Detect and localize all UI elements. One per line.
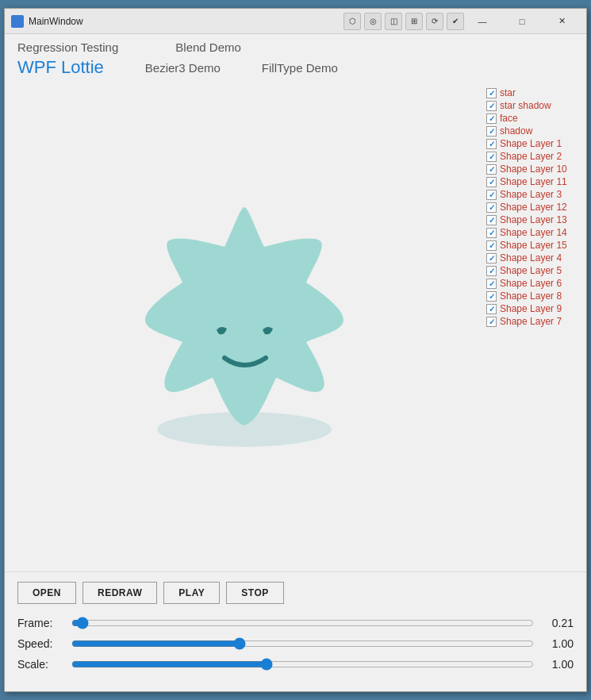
toolbar-btn-4[interactable]: ⊞	[405, 13, 423, 30]
nav-regression-testing[interactable]: Regression Testing	[17, 40, 118, 54]
layer-item-10: Shape Layer 13	[486, 214, 583, 225]
layer-item-8: Shape Layer 3	[486, 189, 583, 200]
app-icon	[11, 15, 24, 28]
layer-name-4: Shape Layer 1	[500, 138, 562, 149]
layer-checkbox-11[interactable]	[486, 228, 497, 238]
scale-value: 1.00	[540, 658, 574, 671]
nav-area: Regression Testing Blend Demo	[5, 34, 586, 57]
nav-blend-demo[interactable]: Blend Demo	[175, 40, 241, 54]
toolbar-btn-5[interactable]: ⟳	[426, 13, 443, 30]
minimize-button[interactable]: —	[464, 10, 501, 33]
layer-checkbox-4[interactable]	[486, 139, 497, 149]
layer-name-17: Shape Layer 9	[500, 303, 562, 314]
layer-checkbox-0[interactable]	[486, 88, 497, 98]
layer-checkbox-15[interactable]	[486, 279, 497, 289]
layer-item-16: Shape Layer 8	[486, 290, 583, 302]
toolbar: ⬡ ◎ ◫ ⊞ ⟳ ✔	[343, 13, 464, 30]
layer-item-12: Shape Layer 15	[486, 240, 583, 251]
stop-button[interactable]: STOP	[226, 582, 283, 604]
layer-checkbox-2[interactable]	[486, 113, 497, 124]
layer-checkbox-12[interactable]	[486, 240, 497, 251]
nav-bezier3-demo[interactable]: Bezier3 Demo	[145, 61, 221, 75]
content-area: starstar shadowfaceshadowShape Layer 1Sh…	[5, 81, 586, 571]
speed-slider-row: Speed: 1.00	[17, 637, 574, 650]
layer-item-11: Shape Layer 14	[486, 227, 583, 238]
layer-checkbox-6[interactable]	[486, 164, 497, 175]
layer-name-13: Shape Layer 4	[500, 252, 562, 263]
frame-label: Frame:	[17, 617, 65, 629]
layer-checkbox-5[interactable]	[486, 152, 497, 162]
speed-slider[interactable]	[71, 637, 534, 650]
window-controls: — □ ✕	[464, 10, 580, 33]
toolbar-btn-6[interactable]: ✔	[447, 13, 464, 30]
layer-item-9: Shape Layer 12	[486, 202, 583, 213]
layer-name-9: Shape Layer 12	[500, 202, 567, 213]
layer-checkbox-10[interactable]	[486, 215, 497, 225]
layer-checkbox-9[interactable]	[486, 202, 497, 213]
open-button[interactable]: OPEN	[17, 582, 76, 604]
buttons-row: OPEN REDRAW PLAY STOP	[17, 582, 574, 604]
layer-checkbox-7[interactable]	[486, 177, 497, 187]
layer-item-13: Shape Layer 4	[486, 252, 583, 263]
layer-name-7: Shape Layer 11	[500, 176, 567, 187]
layers-list: starstar shadowfaceshadowShape Layer 1Sh…	[486, 87, 583, 327]
layer-name-1: star shadow	[500, 100, 551, 111]
layer-checkbox-14[interactable]	[486, 266, 497, 276]
layer-name-18: Shape Layer 7	[500, 316, 562, 327]
nav-filltype-demo[interactable]: FillType Demo	[262, 61, 338, 75]
layer-checkbox-16[interactable]	[486, 291, 497, 302]
layer-item-1: star shadow	[486, 100, 583, 111]
layer-item-18: Shape Layer 7	[486, 316, 583, 327]
layer-name-10: Shape Layer 13	[500, 214, 567, 225]
toolbar-btn-1[interactable]: ⬡	[343, 13, 361, 30]
layer-name-15: Shape Layer 6	[500, 278, 562, 289]
layer-item-4: Shape Layer 1	[486, 138, 583, 149]
layer-item-14: Shape Layer 5	[486, 265, 583, 276]
redraw-button[interactable]: REDRAW	[83, 582, 157, 604]
star-canvas	[78, 140, 411, 513]
layer-checkbox-3[interactable]	[486, 126, 497, 137]
layer-item-0: star	[486, 87, 583, 98]
layer-name-2: face	[500, 113, 518, 124]
layer-name-5: Shape Layer 2	[500, 151, 562, 162]
layers-panel: starstar shadowfaceshadowShape Layer 1Sh…	[483, 81, 586, 571]
scale-label: Scale:	[17, 658, 65, 671]
scale-slider-row: Scale: 1.00	[17, 658, 574, 671]
layer-checkbox-1[interactable]	[486, 101, 497, 111]
frame-slider-row: Frame: 0.21	[17, 617, 574, 629]
layer-name-16: Shape Layer 8	[500, 290, 562, 302]
maximize-button[interactable]: □	[504, 10, 540, 33]
main-window: MainWindow ⬡ ◎ ◫ ⊞ ⟳ ✔ — □ ✕ Regression …	[4, 8, 587, 692]
toolbar-btn-2[interactable]: ◎	[364, 13, 382, 30]
speed-label: Speed:	[17, 637, 65, 650]
layer-name-0: star	[500, 87, 516, 98]
layer-checkbox-8[interactable]	[486, 190, 497, 200]
frame-slider[interactable]	[71, 617, 534, 629]
layer-name-11: Shape Layer 14	[500, 227, 567, 238]
layer-checkbox-18[interactable]	[486, 317, 497, 327]
animation-panel	[5, 81, 483, 571]
layer-item-15: Shape Layer 6	[486, 278, 583, 289]
layer-item-6: Shape Layer 10	[486, 163, 583, 175]
speed-value: 1.00	[540, 637, 574, 650]
titlebar: MainWindow ⬡ ◎ ◫ ⊞ ⟳ ✔ — □ ✕	[5, 9, 586, 34]
layer-name-14: Shape Layer 5	[500, 265, 562, 276]
frame-value: 0.21	[540, 617, 574, 629]
bottom-area: OPEN REDRAW PLAY STOP Frame: 0.21 Speed:…	[5, 571, 586, 691]
nav-row2: WPF Lottie Bezier3 Demo FillType Demo	[5, 57, 586, 81]
layer-name-6: Shape Layer 10	[500, 163, 567, 175]
layer-checkbox-13[interactable]	[486, 253, 497, 263]
layer-name-8: Shape Layer 3	[500, 189, 562, 200]
lottie-animation	[109, 183, 379, 469]
window-title: MainWindow	[29, 16, 248, 27]
close-button[interactable]: ✕	[543, 10, 580, 33]
nav-wpf-lottie[interactable]: WPF Lottie	[17, 57, 104, 78]
layer-item-7: Shape Layer 11	[486, 176, 583, 187]
layer-checkbox-17[interactable]	[486, 304, 497, 314]
toolbar-btn-3[interactable]: ◫	[385, 13, 402, 30]
scale-slider[interactable]	[71, 658, 534, 671]
layer-item-3: shadow	[486, 125, 583, 137]
layer-item-5: Shape Layer 2	[486, 151, 583, 162]
play-button[interactable]: PLAY	[163, 582, 220, 604]
layer-name-3: shadow	[500, 125, 532, 137]
